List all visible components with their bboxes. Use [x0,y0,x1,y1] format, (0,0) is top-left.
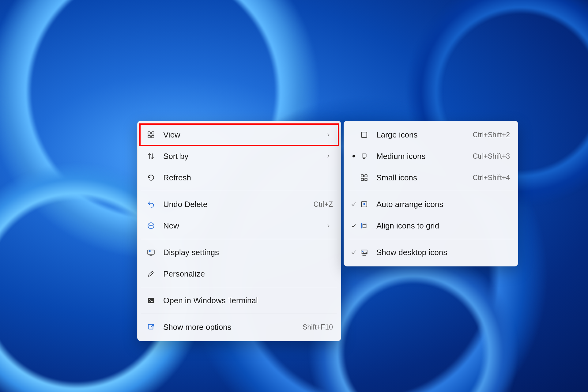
desktop-icons-icon [359,248,370,256]
menu-item-undo-delete[interactable]: Undo Delete Ctrl+Z [140,194,338,215]
menu-divider [348,239,514,239]
svg-rect-7 [148,250,154,254]
undo-icon [145,200,156,208]
menu-label: View [163,130,324,140]
menu-label: Open in Windows Terminal [163,296,333,305]
submenu-item-align-grid[interactable]: Align icons to grid [346,215,515,236]
svg-rect-1 [152,132,154,134]
menu-label: Medium icons [376,152,473,161]
small-icons-icon [359,174,370,182]
chevron-right-icon [324,154,333,159]
svg-rect-17 [362,154,366,157]
submenu-item-large-icons[interactable]: Large icons Ctrl+Shift+2 [346,124,515,145]
submenu-item-show-desktop-icons[interactable]: Show desktop icons [346,242,515,263]
menu-shortcut: Ctrl+Shift+4 [473,174,510,182]
chevron-right-icon [324,132,333,137]
menu-item-display-settings[interactable]: Display settings [140,242,338,263]
large-icons-icon [359,131,370,139]
svg-rect-20 [365,175,367,177]
menu-item-show-more-options[interactable]: Show more options Shift+F10 [140,316,338,338]
view-submenu: Large icons Ctrl+Shift+2 Medium icons Ct… [344,121,518,266]
menu-item-view[interactable]: View [140,124,338,145]
menu-label: Personalize [163,269,333,279]
svg-rect-21 [361,178,364,181]
menu-label: Show more options [163,322,303,332]
svg-line-11 [151,272,153,273]
menu-item-sort-by[interactable]: Sort by [140,145,338,167]
check-icon [349,223,359,228]
sort-icon [145,152,156,160]
menu-label: New [163,221,324,231]
check-icon [349,202,359,207]
menu-shortcut: Ctrl+Shift+2 [473,131,510,139]
submenu-item-small-icons[interactable]: Small icons Ctrl+Shift+4 [346,167,515,188]
menu-divider [348,191,514,191]
menu-label: Undo Delete [163,200,314,209]
menu-item-open-terminal[interactable]: Open in Windows Terminal [140,290,338,311]
show-more-icon [145,323,156,331]
terminal-icon [145,296,156,304]
menu-divider [141,287,337,287]
auto-arrange-icon [359,200,370,208]
plus-circle-icon [145,222,156,230]
menu-divider [141,191,337,191]
menu-label: Refresh [163,173,333,183]
check-icon [349,250,359,255]
svg-rect-2 [148,135,150,138]
submenu-item-auto-arrange[interactable]: Auto arrange icons [346,194,515,215]
personalize-icon [145,270,156,278]
menu-label: Small icons [376,173,473,183]
medium-icons-icon [359,152,370,160]
refresh-icon [145,174,156,182]
chevron-right-icon [324,223,333,228]
view-grid-icon [145,131,156,139]
menu-label: Align icons to grid [376,221,510,231]
svg-rect-14 [148,324,153,329]
menu-shortcut: Ctrl+Z [314,200,333,209]
align-grid-icon [359,222,370,230]
menu-shortcut: Shift+F10 [303,323,333,331]
radio-selected-icon [349,155,359,157]
menu-item-personalize[interactable]: Personalize [140,263,338,285]
svg-rect-3 [152,135,154,138]
menu-label: Display settings [163,248,333,257]
svg-rect-16 [361,132,367,137]
submenu-item-medium-icons[interactable]: Medium icons Ctrl+Shift+3 [346,145,515,167]
svg-rect-0 [148,132,150,134]
menu-item-refresh[interactable]: Refresh [140,167,338,188]
display-settings-icon [145,248,156,256]
svg-rect-27 [363,224,366,228]
svg-rect-24 [364,203,365,205]
svg-point-29 [362,251,364,252]
svg-rect-19 [361,175,364,177]
svg-rect-22 [365,178,367,181]
menu-shortcut: Ctrl+Shift+3 [473,152,510,160]
svg-rect-12 [148,298,154,303]
menu-divider [141,314,337,314]
menu-label: Show desktop icons [376,248,510,257]
menu-label: Large icons [376,130,473,140]
menu-divider [141,239,337,239]
menu-label: Auto arrange icons [376,200,510,209]
menu-item-new[interactable]: New [140,215,338,236]
desktop-context-menu: View Sort by Refresh [137,121,341,341]
menu-label: Sort by [163,152,324,161]
